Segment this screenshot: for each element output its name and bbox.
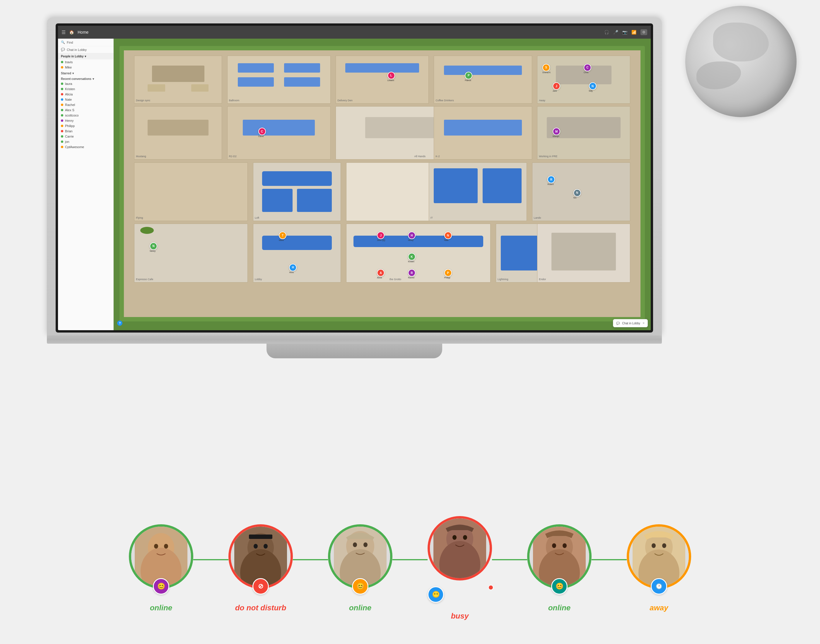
profile-5-status-label: online: [548, 603, 571, 612]
chat-lobby-button[interactable]: 💬 Chat in Lobby: [58, 46, 113, 53]
profile-3-status-bubble: 😊: [352, 578, 369, 595]
home-icon[interactable]: 🏠: [69, 30, 74, 35]
room-flying[interactable]: Flying: [134, 163, 248, 221]
profile-6-emoji: 🕐: [656, 583, 662, 590]
person-name-brian: Brian: [65, 129, 73, 133]
sidebar-item-kristen[interactable]: Kristen: [58, 86, 113, 92]
svg-rect-10: [249, 535, 272, 539]
headphone-icon[interactable]: 🎧: [604, 30, 609, 35]
sidebar-item-alicia[interactable]: Alicia: [58, 92, 113, 97]
sidebar-item-rachel[interactable]: Rachel: [58, 102, 113, 107]
avatar-marilyn[interactable]: M Marilyn: [553, 127, 560, 135]
help-icon[interactable]: ?: [117, 320, 123, 326]
avatar-nate-map[interactable]: N Nate: [444, 232, 452, 239]
notification-dot: [488, 585, 493, 590]
room-lando[interactable]: Lando: [532, 163, 630, 221]
chat-in-lobby-popup[interactable]: 💬 Chat in Lobby ×: [613, 319, 648, 327]
room-the-grotto[interactable]: the Grotto: [346, 224, 491, 282]
person-name: Alex S: [65, 108, 74, 112]
app-body: 🔍 Find 💬 Chat in Lobby People in Lobby ▾: [58, 38, 651, 330]
sidebar-item-henry[interactable]: Henry: [58, 118, 113, 123]
avatar-jack[interactable]: J Jack: [553, 82, 560, 90]
avatar-kristen[interactable]: K Kristen: [408, 253, 416, 261]
avatar-nic[interactable]: N NiC: [573, 189, 581, 197]
room-label-the-grotto: the Grotto: [390, 278, 401, 281]
starred-chevron[interactable]: ▾: [72, 72, 74, 75]
svg-point-4: [164, 544, 168, 549]
avatar-patrick[interactable]: P Patrick: [465, 72, 472, 79]
room-label-lando: Lando: [534, 216, 541, 219]
room-k2[interactable]: K-2: [434, 106, 532, 159]
laptop-screen: ☰ 🏠 Home 🎧 🎤 📷 📶 ⚙: [58, 26, 651, 330]
settings-icon[interactable]: ⚙: [640, 29, 647, 35]
sidebar-item-travis[interactable]: travis: [58, 60, 113, 65]
room-mustang[interactable]: Mustang: [134, 106, 222, 159]
profile-6-photo: [629, 527, 689, 586]
hamburger-icon[interactable]: ☰: [61, 29, 66, 35]
camera-icon[interactable]: 📷: [622, 30, 627, 35]
room-ballroom[interactable]: Ballroom: [227, 56, 331, 104]
profile-5-badge: 😊: [551, 578, 568, 595]
avatar-hera[interactable]: H Hera: [289, 264, 297, 271]
laptop-bezel: ☰ 🏠 Home 🎧 🎤 📷 📶 ⚙: [56, 23, 653, 333]
avatar-alicia[interactable]: A Alicia: [377, 269, 384, 277]
status-dot-alicia: [61, 93, 63, 95]
avatar-john-qq[interactable]: J John QQ: [377, 232, 384, 239]
sidebar-item-carrie[interactable]: Carrie: [58, 134, 113, 139]
chevron-icon[interactable]: ▾: [84, 55, 86, 58]
dnd-icon: ⊘: [258, 583, 263, 590]
globe-sphere: [685, 6, 797, 117]
profile-4-avatar[interactable]: [428, 516, 492, 581]
avatar-carrie[interactable]: C Carrie: [258, 127, 266, 135]
avatar-chris[interactable]: C Chris: [584, 64, 591, 71]
room-design-sync[interactable]: Design sync: [134, 56, 222, 104]
room-coffee-drinkers[interactable]: Coffee Drinkers: [434, 56, 532, 104]
avatar-robert[interactable]: R Robert: [547, 176, 555, 183]
sidebar-item-jon[interactable]: jon: [58, 139, 113, 144]
sidebar-item-mike[interactable]: Mike: [58, 65, 113, 70]
profile-3-status-label: online: [349, 603, 372, 612]
sidebar-item-cptawesome[interactable]: CptAwesome: [58, 144, 113, 150]
avatar-travis[interactable]: T travis: [279, 232, 286, 239]
connector-5: [591, 559, 627, 560]
sidebar-item-brian[interactable]: Brian: [58, 129, 113, 134]
find-button[interactable]: 🔍 Find: [58, 38, 113, 46]
room-loft[interactable]: Loft: [253, 163, 341, 221]
avatar-nilly[interactable]: N Nilly: [589, 82, 597, 90]
room-it[interactable]: IT: [429, 163, 527, 221]
profile-2-status-bubble: ⊘: [252, 578, 269, 595]
avatar-snehal[interactable]: S Snehal K: [542, 64, 550, 71]
sidebar-item-alexs[interactable]: Alex S: [58, 107, 113, 113]
room-endor[interactable]: Endor: [537, 224, 630, 282]
room-lobby[interactable]: Lobby: [253, 224, 341, 282]
profile-1-circle-wrapper: 😊: [129, 524, 193, 589]
profile-2-wrapper: ⊘ do not disturb: [229, 524, 293, 612]
room-espresso-cafe[interactable]: Espresso Cafe: [134, 224, 248, 282]
sidebar-item-philipp[interactable]: Philipp: [58, 123, 113, 129]
avatar-leeann[interactable]: L Leeann: [387, 72, 395, 79]
room-r2d2[interactable]: R2-D2: [227, 106, 331, 159]
chat-popup-label: Chat in Lobby: [622, 322, 640, 325]
room-working-pre[interactable]: Working in PRE: [537, 106, 630, 159]
profile-2-status-label: do not disturb: [235, 603, 286, 612]
profile-4-wrapper: 😶 busy: [428, 516, 492, 621]
people-lobby-label: People in Lobby: [61, 55, 83, 58]
avatar-philipp[interactable]: P Philipp: [444, 269, 452, 277]
avatar-rachel[interactable]: R Rachel: [408, 269, 416, 277]
room-away[interactable]: Away: [537, 56, 630, 104]
avatar-henry[interactable]: H Henry: [408, 232, 416, 239]
sidebar-item-nate[interactable]: Nate: [58, 97, 113, 102]
status-dot-nate: [61, 98, 63, 101]
person-name: CptAwesome: [65, 145, 84, 149]
office-map[interactable]: Design sync Ballroom: [114, 38, 651, 330]
chat-popup-close-button[interactable]: ×: [642, 321, 645, 325]
starred-label: Starred: [61, 72, 71, 75]
avatar-nancy[interactable]: N Nancy: [150, 242, 157, 250]
mic-icon[interactable]: 🎤: [613, 30, 618, 35]
sidebar-item-laura[interactable]: laura: [58, 81, 113, 86]
sidebar-item-scottcoco[interactable]: scottcoco: [58, 113, 113, 118]
recent-chevron[interactable]: ▾: [92, 77, 94, 81]
status-dot-brian: [61, 130, 63, 132]
room-delivery-den[interactable]: Delivery Den: [336, 56, 429, 104]
profile-2-badge: ⊘: [252, 578, 269, 595]
